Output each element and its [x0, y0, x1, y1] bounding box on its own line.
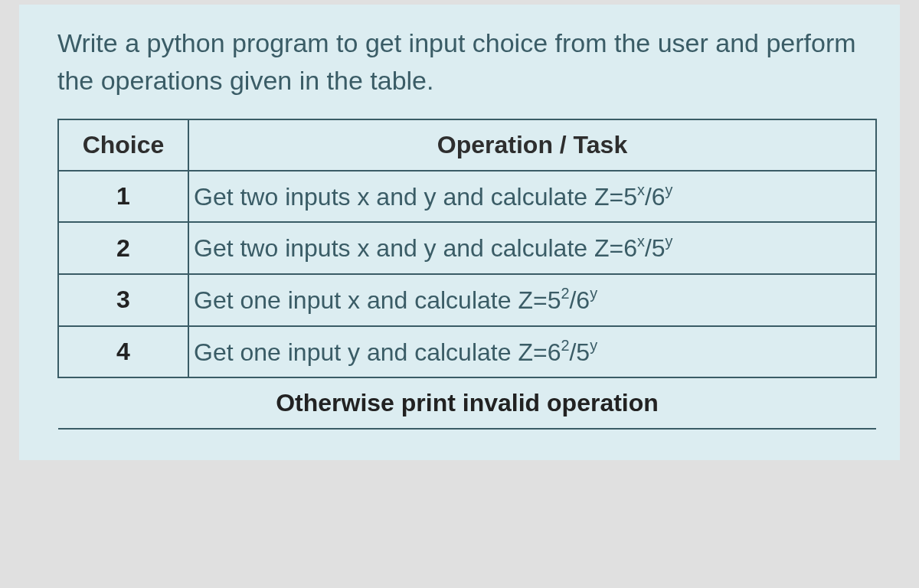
choice-cell: 2	[58, 222, 188, 274]
table-row: 3 Get one input x and calculate Z=52/6y	[58, 274, 876, 326]
table-row: 1 Get two inputs x and y and calculate Z…	[58, 171, 876, 223]
task-text: /6	[569, 286, 590, 314]
exp: y	[666, 181, 673, 198]
question-prompt: Write a python program to get input choi…	[57, 24, 877, 100]
choice-cell: 4	[58, 326, 188, 378]
task-cell: Get two inputs x and y and calculate Z=6…	[188, 222, 876, 274]
table-header-row: Choice Operation / Task	[58, 119, 876, 171]
task-text: Get two inputs x and y and calculate Z=5	[194, 182, 637, 210]
exp: y	[666, 233, 673, 250]
operations-table: Choice Operation / Task 1 Get two inputs…	[57, 119, 877, 430]
choice-cell: 3	[58, 274, 188, 326]
header-choice: Choice	[58, 119, 188, 171]
task-cell: Get one input x and calculate Z=52/6y	[188, 274, 876, 326]
question-card: Write a python program to get input choi…	[19, 5, 900, 460]
exp: 2	[561, 285, 569, 302]
task-cell: Get one input y and calculate Z=62/5y	[188, 326, 876, 378]
table-row-otherwise: Otherwise print invalid operation	[58, 377, 876, 429]
exp: x	[637, 181, 645, 198]
exp: 2	[561, 337, 569, 354]
task-text: Get one input x and calculate Z=5	[194, 286, 561, 314]
task-text: /6	[645, 182, 666, 210]
task-text: /5	[645, 234, 666, 262]
choice-cell: 1	[58, 171, 188, 223]
header-task: Operation / Task	[188, 119, 876, 171]
exp: y	[590, 337, 597, 354]
task-text: Get two inputs x and y and calculate Z=6	[194, 234, 637, 262]
task-cell: Get two inputs x and y and calculate Z=5…	[188, 171, 876, 223]
otherwise-cell: Otherwise print invalid operation	[58, 377, 876, 429]
exp: x	[637, 233, 645, 250]
exp: y	[590, 285, 597, 302]
task-text: Get one input y and calculate Z=6	[194, 338, 561, 365]
task-text: /5	[569, 338, 590, 365]
table-row: 2 Get two inputs x and y and calculate Z…	[58, 222, 876, 274]
table-row: 4 Get one input y and calculate Z=62/5y	[58, 326, 876, 378]
